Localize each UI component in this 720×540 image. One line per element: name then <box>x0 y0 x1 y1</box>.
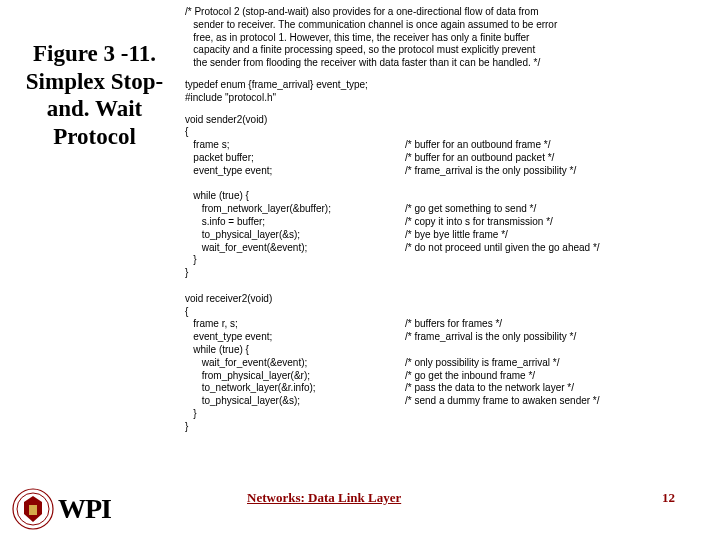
receiver-loop-row: from_physical_layer(&r);/* go get the in… <box>185 370 710 383</box>
wpi-seal-icon <box>12 488 54 530</box>
receiver-var-row: event_type event;/* frame_arrival is the… <box>185 331 710 344</box>
page-number: 12 <box>662 490 675 506</box>
sender-loop-row: to_physical_layer(&s);/* bye bye little … <box>185 229 710 242</box>
sender-close: } <box>185 267 710 280</box>
sender-head: { <box>185 126 710 139</box>
comment-line: /* Protocol 2 (stop-and-wait) also provi… <box>185 6 710 19</box>
decl-line: #include "protocol.h" <box>185 92 710 105</box>
sender-loop-row: s.info = buffer;/* copy it into s for tr… <box>185 216 710 229</box>
comment-line: capacity and a finite processing speed, … <box>185 44 710 57</box>
receiver-close: } <box>185 408 710 421</box>
receiver-loop-row: to_network_layer(&r.info);/* pass the da… <box>185 382 710 395</box>
comment-line: free, as in protocol 1. However, this ti… <box>185 32 710 45</box>
receiver-close: } <box>185 421 710 434</box>
sender-loop-row: from_network_layer(&buffer);/* go get so… <box>185 203 710 216</box>
receiver-loop-row: wait_for_event(&event);/* only possibili… <box>185 357 710 370</box>
footer-text: Networks: Data Link Layer <box>247 490 401 506</box>
svg-rect-2 <box>29 505 37 515</box>
sender-head: void sender2(void) <box>185 114 710 127</box>
comment-line: the sender from flooding the receiver wi… <box>185 57 710 70</box>
code-declarations: typedef enum {frame_arrival} event_type;… <box>185 79 710 105</box>
receiver-function: void receiver2(void) { frame r, s;/* buf… <box>185 293 710 434</box>
blank-line <box>185 280 710 293</box>
blank-line <box>185 178 710 191</box>
wpi-logo-text: WPI <box>58 495 111 523</box>
decl-line: typedef enum {frame_arrival} event_type; <box>185 79 710 92</box>
receiver-var-row: frame r, s;/* buffers for frames */ <box>185 318 710 331</box>
wpi-logo: WPI <box>12 488 111 530</box>
code-listing: /* Protocol 2 (stop-and-wait) also provi… <box>185 6 710 434</box>
sender-var-row: frame s;/* buffer for an outbound frame … <box>185 139 710 152</box>
receiver-head: void receiver2(void) <box>185 293 710 306</box>
sender-loop-open: while (true) { <box>185 190 710 203</box>
sender-function: void sender2(void) { frame s;/* buffer f… <box>185 114 710 280</box>
sender-var-row: packet buffer;/* buffer for an outbound … <box>185 152 710 165</box>
receiver-loop-row: to_physical_layer(&s);/* send a dummy fr… <box>185 395 710 408</box>
receiver-loop-open: while (true) { <box>185 344 710 357</box>
receiver-head: { <box>185 306 710 319</box>
comment-line: sender to receiver. The communication ch… <box>185 19 710 32</box>
sender-loop-row: wait_for_event(&event);/* do not proceed… <box>185 242 710 255</box>
code-header-comment: /* Protocol 2 (stop-and-wait) also provi… <box>185 6 710 70</box>
sender-close: } <box>185 254 710 267</box>
slide-title: Figure 3 -11. Simplex Stop-and. Wait Pro… <box>12 40 177 150</box>
sender-var-row: event_type event;/* frame_arrival is the… <box>185 165 710 178</box>
